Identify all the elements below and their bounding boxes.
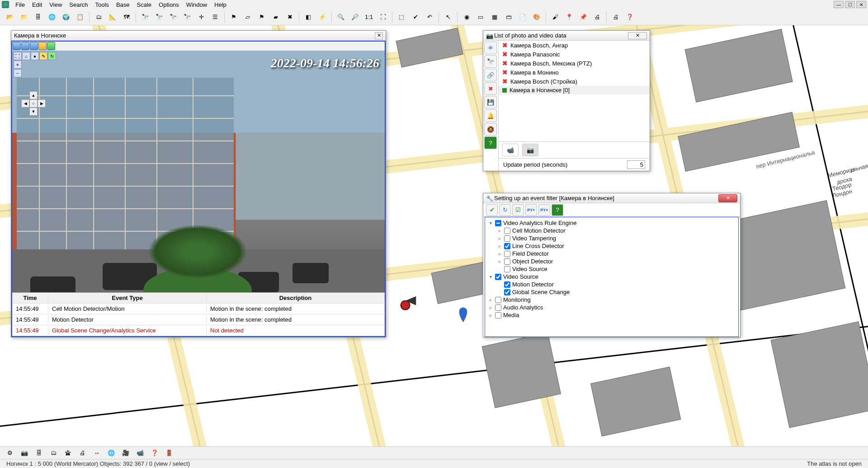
tree-checkbox[interactable]	[495, 220, 501, 226]
tree-node[interactable]: Global Scene Change	[488, 288, 736, 296]
list-photo-icon[interactable]: 📷	[522, 144, 538, 156]
cam-tool-record-icon[interactable]	[21, 42, 29, 50]
zoom-in-button[interactable]: +	[14, 61, 22, 69]
bottom-gear-button[interactable]: ⚙	[4, 447, 16, 459]
camera-window-titlebar[interactable]: Камера в Ногинске ✕	[11, 31, 386, 41]
tree-node[interactable]: Motion Detector	[488, 281, 736, 288]
ptz-left-button[interactable]: ◀	[21, 99, 29, 108]
grid-button[interactable]: ▦	[488, 11, 501, 23]
tree-arrow-icon[interactable]: ▹	[497, 228, 502, 233]
palette-button[interactable]: 🎨	[530, 11, 543, 23]
pin-find-button[interactable]: 📌	[577, 11, 590, 23]
tree-checkbox[interactable]	[495, 297, 501, 303]
tree-checkbox[interactable]	[504, 251, 510, 257]
bottom-stack-button[interactable]: 🗂	[47, 447, 60, 459]
tree-checkbox[interactable]	[504, 235, 510, 242]
event-row[interactable]: 14:55:49Cell Motion Detector/MotionMotio…	[12, 304, 385, 314]
clipboard-button[interactable]: 📋	[74, 11, 86, 23]
sidebar-help-icon[interactable]: ?	[484, 136, 497, 149]
filter-checkall-icon[interactable]: ☑	[512, 204, 524, 216]
sel-area-button[interactable]: ▭	[474, 11, 487, 23]
ptz-up-button[interactable]: ▲	[29, 91, 38, 99]
tree-node[interactable]: ▹Monitoring	[488, 296, 736, 304]
menu-window[interactable]: Window	[183, 1, 211, 9]
filter-help-icon[interactable]: ?	[552, 204, 563, 216]
menu-options[interactable]: Options	[155, 1, 183, 9]
tree-arrow-icon[interactable]: ▹	[497, 259, 502, 264]
cam-tool-folder-icon[interactable]	[38, 42, 47, 50]
folder-save-button[interactable]: 📁	[18, 11, 30, 23]
tree-arrow-icon[interactable]: ▾	[488, 220, 493, 225]
check-button[interactable]: ✔	[409, 11, 422, 23]
menu-view[interactable]: View	[46, 1, 66, 9]
print-map-button[interactable]: 🖨	[609, 11, 622, 23]
bottom-globe-button[interactable]: 🌐	[105, 447, 118, 459]
region-button[interactable]: ▱	[241, 11, 254, 23]
folder-dbm-button[interactable]: 🗄	[32, 11, 44, 23]
tree-node[interactable]: ▹Media	[488, 311, 736, 319]
tree-arrow-icon[interactable]: ▹	[497, 251, 502, 256]
sidebar-link-icon[interactable]: 🔗	[484, 69, 497, 81]
bottom-cam2-button[interactable]: 📹	[134, 447, 146, 459]
tree-arrow-icon[interactable]: ▹	[488, 305, 493, 310]
flag-add-button[interactable]: ⚑	[255, 11, 268, 23]
menu-search[interactable]: Search	[66, 1, 91, 9]
bottom-road-button[interactable]: 🛣	[61, 447, 74, 459]
sidebar-save-icon[interactable]: 💾	[484, 96, 497, 108]
bottom-help-button[interactable]: ❓	[148, 447, 161, 459]
binoc-range-button[interactable]: 🔭	[181, 11, 193, 23]
layers-button[interactable]: 🗂	[92, 11, 105, 23]
list-camera-icon[interactable]: 📹	[502, 144, 519, 156]
sidebar-view-icon[interactable]: 👁	[484, 42, 497, 54]
ptz-right-button[interactable]: ▶	[38, 99, 46, 108]
filter-apply-icon[interactable]: ✔	[486, 204, 498, 216]
binoculars-button[interactable]: 🔭	[139, 11, 151, 23]
camera-list-item[interactable]: Камера в Ногинске [0]	[499, 86, 650, 94]
update-period-input[interactable]	[627, 160, 645, 169]
menu-help[interactable]: Help	[211, 1, 230, 9]
tree-arrow-icon[interactable]: ▹	[497, 236, 502, 241]
camera-list-item[interactable]: ✖Камера Panasonic	[499, 50, 650, 59]
map-view-button[interactable]: 🗺	[120, 11, 133, 23]
poly-button[interactable]: ▰	[269, 11, 282, 23]
minimize-button[interactable]: —	[834, 1, 844, 8]
filter-refresh-icon[interactable]: ↻	[499, 204, 511, 216]
filter-script-del-icon[interactable]: PY×	[538, 204, 550, 216]
nav-refresh-icon[interactable]: ↻	[48, 52, 56, 60]
camera-list-item[interactable]: ✖Камера Bosch (Стройка)	[499, 77, 650, 86]
camera-list-item[interactable]: ✖Камера Bosch, Ангар	[499, 41, 650, 50]
area-sel-button[interactable]: ⬚	[395, 11, 408, 23]
tree-node[interactable]: ▹Line Cross Detector	[488, 242, 736, 250]
tree-node[interactable]: ▹Object Detector	[488, 257, 736, 265]
clip-a-button[interactable]: 📄	[516, 11, 529, 23]
tree-node[interactable]: ▹Audio Analytics	[488, 304, 736, 311]
pointer-button[interactable]: ↖	[442, 11, 454, 23]
event-row[interactable]: 14:55:49Global Scene Change/Analytics Se…	[12, 325, 385, 336]
layer-tool-button[interactable]: 📐	[106, 11, 119, 23]
globe-refresh-button[interactable]: 🌐	[46, 11, 58, 23]
scale-11-button[interactable]: 1:1	[363, 11, 375, 23]
zoom-out-button[interactable]: 🔍	[335, 11, 347, 23]
menu-tools[interactable]: Tools	[92, 1, 113, 9]
close-button[interactable]: ✕	[856, 1, 866, 8]
sidebar-mute-icon[interactable]: 🔕	[484, 123, 497, 136]
bottom-db-button[interactable]: 🗄	[33, 447, 45, 459]
bottom-cam-db-button[interactable]: 🎥	[119, 447, 132, 459]
menu-edit[interactable]: Edit	[28, 1, 46, 9]
maximize-button[interactable]: ☐	[845, 1, 855, 8]
folder-open-button[interactable]: 📂	[4, 11, 16, 23]
menu-base[interactable]: Base	[113, 1, 133, 9]
undo-button[interactable]: ↶	[423, 11, 436, 23]
print-button[interactable]: 🖨	[591, 11, 604, 23]
cam-tool-fullscreen-icon[interactable]	[13, 42, 21, 50]
tree-checkbox[interactable]	[504, 266, 510, 272]
bottom-camera-button[interactable]: 📷	[18, 447, 31, 459]
crosshair-button[interactable]: ✛	[195, 11, 208, 23]
tree-checkbox[interactable]	[504, 228, 510, 234]
db-sel-button[interactable]: 🗃	[502, 11, 515, 23]
tree-node[interactable]: Video Source	[488, 265, 736, 273]
menu-file[interactable]: File	[12, 1, 28, 9]
tree-arrow-icon[interactable]: ▹	[488, 313, 493, 318]
tree-arrow-icon[interactable]: ▹	[488, 297, 493, 302]
camera-list-item[interactable]: ✖Камера Bosch, Мексика (PTZ)	[499, 59, 650, 68]
